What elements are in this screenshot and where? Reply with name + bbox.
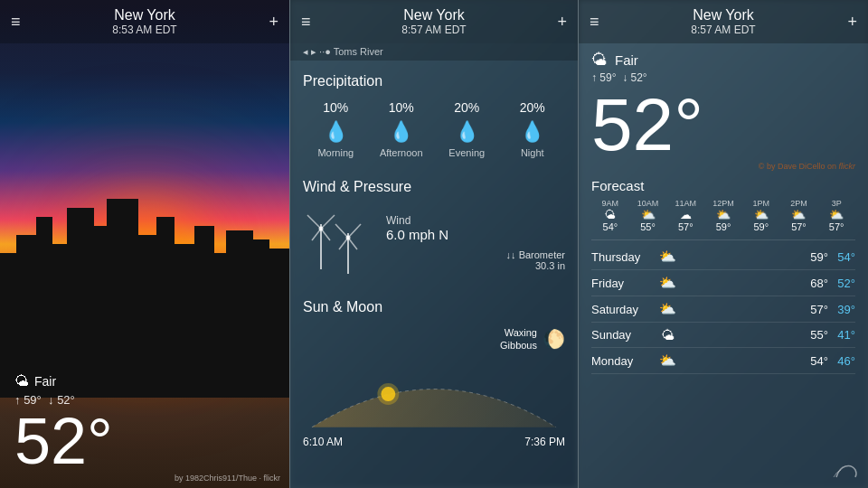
panel-weather-details: ≡ New York 8:57 AM EDT + ◂ ▸ ··● Toms Ri… bbox=[289, 0, 579, 488]
menu-icon-p3[interactable]: ≡ bbox=[590, 13, 599, 32]
baro-label: ↓↓ Barometer bbox=[386, 249, 565, 260]
precip-afternoon-pct: 10% bbox=[369, 100, 435, 115]
daily-row: Saturday ⛅ 57° 39° bbox=[591, 296, 855, 323]
windmill-area bbox=[303, 206, 375, 278]
panel3-condition: 🌤 Fair bbox=[591, 51, 855, 70]
panel1-hi-lo: ↑ 59° ↓ 52° bbox=[14, 393, 275, 407]
precip-night-icon: 💧 bbox=[500, 120, 566, 144]
sunmoon-title: Sun & Moon bbox=[303, 299, 565, 315]
hourly-temp: 57° bbox=[817, 221, 855, 232]
panel3-header: ≡ New York 8:57 AM EDT + bbox=[579, 0, 868, 43]
daily-row: Sunday 🌤 55° 41° bbox=[591, 323, 855, 348]
baro-area: ↓↓ Barometer 30.3 in bbox=[386, 249, 565, 271]
daily-lo: 52° bbox=[828, 277, 855, 290]
panel1-time: 8:53 AM EDT bbox=[21, 23, 269, 36]
panel2-header-center: New York 8:57 AM EDT bbox=[311, 7, 558, 36]
daily-row: Monday ⛅ 54° 46° bbox=[591, 348, 855, 374]
precip-night-label: Night bbox=[500, 147, 566, 158]
hourly-item: 11AM ☁ 57° bbox=[666, 199, 704, 232]
daily-icon: ⛅ bbox=[656, 275, 678, 291]
precip-morning-pct: 10% bbox=[303, 100, 369, 115]
menu-icon-p1[interactable]: ≡ bbox=[11, 13, 21, 32]
panel1-header: ≡ New York 8:53 AM EDT + bbox=[0, 0, 289, 43]
sunset-time: 7:36 PM bbox=[524, 436, 565, 448]
moon-name: WaxingGibbous bbox=[500, 326, 537, 352]
sun-arc-svg bbox=[303, 360, 565, 432]
precip-afternoon: 10% 💧 Afternoon bbox=[369, 100, 435, 158]
precip-afternoon-label: Afternoon bbox=[369, 147, 435, 158]
precip-evening-label: Evening bbox=[434, 147, 500, 158]
wind-section: Wind & Pressure bbox=[290, 168, 578, 289]
add-icon-p2[interactable]: + bbox=[557, 13, 567, 32]
daily-hi: 54° bbox=[801, 354, 828, 368]
daily-hi: 57° bbox=[801, 303, 828, 316]
svg-point-13 bbox=[377, 383, 399, 405]
daily-lo: 54° bbox=[828, 250, 855, 264]
svg-point-5 bbox=[319, 227, 324, 231]
wind-value: 6.0 mph N bbox=[386, 227, 565, 242]
daily-lo: 39° bbox=[828, 303, 855, 316]
panel3-time: 8:57 AM EDT bbox=[599, 23, 848, 36]
panel3-credit: © by Dave DiCello on flickr bbox=[579, 162, 868, 171]
hourly-icon: 🌤 bbox=[591, 208, 629, 221]
wind-title: Wind & Pressure bbox=[303, 179, 565, 195]
hourly-time: 12PM bbox=[704, 199, 742, 208]
panel1-header-center: New York 8:53 AM EDT bbox=[21, 7, 269, 36]
svg-line-2 bbox=[321, 215, 335, 229]
svg-line-8 bbox=[348, 224, 361, 238]
precip-evening-pct: 20% bbox=[434, 100, 500, 115]
panel1-city: New York bbox=[21, 7, 269, 23]
weather-logo bbox=[832, 461, 859, 483]
hourly-time: 3P bbox=[817, 199, 855, 208]
svg-point-11 bbox=[346, 236, 351, 240]
svg-line-1 bbox=[307, 215, 321, 229]
daily-lo: 41° bbox=[828, 328, 855, 342]
hourly-item: 10AM ⛅ 55° bbox=[629, 199, 667, 232]
precip-afternoon-icon: 💧 bbox=[369, 120, 435, 144]
windmill-svg bbox=[303, 206, 375, 278]
sun-arc-area bbox=[303, 360, 565, 432]
daily-icon: ⛅ bbox=[656, 249, 678, 265]
add-icon-p1[interactable]: + bbox=[269, 13, 278, 32]
hourly-item: 1PM ⛅ 59° bbox=[742, 199, 780, 232]
hourly-icon: ⛅ bbox=[629, 208, 667, 221]
hourly-time: 10AM bbox=[629, 199, 667, 208]
p3-cond-text: Fair bbox=[615, 52, 638, 68]
precip-morning-label: Morning bbox=[303, 147, 369, 158]
hourly-forecast-row: 9AM 🌤 54° 10AM ⛅ 55° 11AM ☁ 57° 12PM ⛅ 5… bbox=[591, 199, 855, 240]
daily-day: Thursday bbox=[591, 250, 656, 264]
daily-day: Monday bbox=[591, 354, 656, 368]
daily-hi: 68° bbox=[801, 277, 828, 290]
daily-day: Saturday bbox=[591, 303, 656, 316]
hourly-icon: ⛅ bbox=[817, 208, 855, 221]
panel2-time: 8:57 AM EDT bbox=[311, 23, 558, 36]
svg-line-7 bbox=[335, 224, 348, 238]
panel1-weather-content: 🌤 Fair ↑ 59° ↓ 52° 52° by 1982Chris911/T… bbox=[0, 362, 289, 488]
hourly-time: 9AM bbox=[591, 199, 629, 208]
daily-icon: ⛅ bbox=[656, 352, 678, 369]
menu-icon-p2[interactable]: ≡ bbox=[301, 13, 311, 32]
hourly-temp: 59° bbox=[704, 221, 742, 232]
daily-lo: 46° bbox=[828, 354, 855, 368]
moon-info: WaxingGibbous 🌔 bbox=[303, 326, 565, 352]
precip-night: 20% 💧 Night bbox=[500, 100, 566, 158]
moon-icon: 🌔 bbox=[542, 328, 565, 350]
precip-grid: 10% 💧 Morning 10% 💧 Afternoon 20% 💧 Even… bbox=[303, 100, 565, 158]
wind-label: Wind bbox=[386, 214, 565, 227]
precipitation-section: Precipitation 10% 💧 Morning 10% 💧 Aftern… bbox=[290, 61, 578, 167]
flickr-brand: flickr bbox=[839, 162, 856, 171]
sunrise-time: 6:10 AM bbox=[303, 436, 343, 448]
baro-value: 30.3 in bbox=[386, 260, 565, 271]
add-icon-p3[interactable]: + bbox=[847, 13, 857, 32]
location-bar[interactable]: ◂ ▸ ··● Toms River bbox=[290, 43, 578, 61]
hourly-icon: ⛅ bbox=[780, 208, 818, 221]
daily-day: Sunday bbox=[591, 328, 656, 342]
panel1-credit: by 1982Chris911/Thue · flickr bbox=[175, 474, 280, 483]
daily-icon: ⛅ bbox=[656, 301, 678, 317]
hourly-temp: 54° bbox=[591, 221, 629, 232]
hourly-time: 11AM bbox=[666, 199, 704, 208]
daily-forecast: Thursday ⛅ 59° 54° Friday ⛅ 68° 52° Satu… bbox=[591, 244, 855, 374]
wind-data: Wind 6.0 mph N ↓↓ Barometer 30.3 in bbox=[375, 214, 565, 271]
hourly-item: 3P ⛅ 57° bbox=[817, 199, 855, 232]
precip-evening-icon: 💧 bbox=[434, 120, 500, 144]
